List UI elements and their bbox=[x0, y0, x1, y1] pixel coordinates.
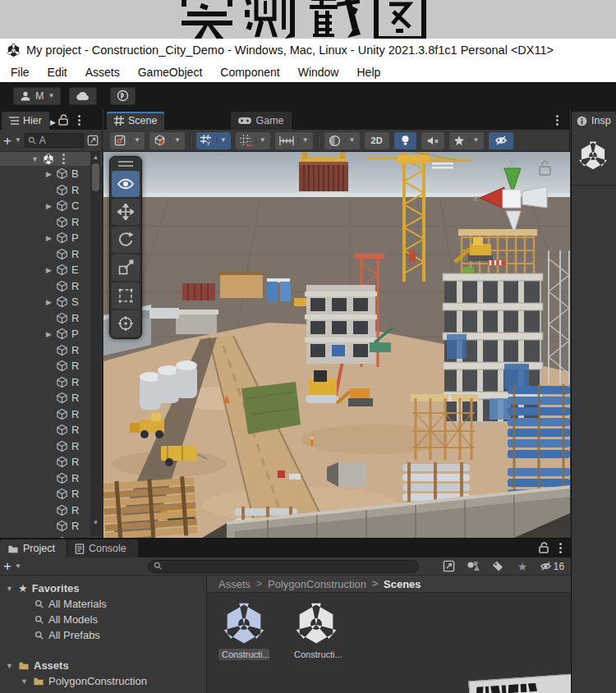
scroll-down-icon[interactable]: ▼ bbox=[90, 519, 101, 526]
view-tool-button[interactable] bbox=[112, 171, 140, 197]
hierarchy-item[interactable]: ▶ R bbox=[0, 182, 102, 199]
expand-arrow-icon[interactable]: ▶ bbox=[46, 170, 53, 178]
grid-snapping-button[interactable]: Y ▼ bbox=[196, 132, 231, 149]
menu-item[interactable]: Help bbox=[347, 63, 389, 81]
menu-item[interactable]: Assets bbox=[76, 63, 129, 81]
collapse-arrow-icon[interactable]: ▼ bbox=[5, 662, 14, 670]
menu-item[interactable]: Component bbox=[211, 63, 288, 81]
hierarchy-item[interactable]: ▶ R bbox=[0, 358, 102, 374]
hierarchy-item[interactable]: ▶ R bbox=[0, 342, 102, 359]
tab-game[interactable]: Game bbox=[231, 112, 291, 130]
caret-down-icon[interactable]: ▼ bbox=[170, 137, 181, 144]
caret-down-icon[interactable]: ▼ bbox=[345, 137, 356, 144]
hierarchy-item[interactable]: ▶ C bbox=[0, 198, 102, 214]
hierarchy-item[interactable]: ▶ R bbox=[0, 438, 102, 455]
project-add-caret-icon[interactable]: ▼ bbox=[15, 563, 21, 570]
caret-down-icon[interactable]: ▼ bbox=[469, 137, 480, 144]
hierarchy-item[interactable]: ▶ R bbox=[0, 470, 102, 487]
expand-arrow-icon[interactable]: ▶ bbox=[46, 330, 53, 338]
overlay-drag-handle[interactable] bbox=[118, 161, 133, 167]
hierarchy-menu-kebab[interactable] bbox=[69, 112, 90, 127]
caret-down-icon[interactable]: ▼ bbox=[130, 137, 140, 144]
hidden-count-toggle[interactable]: 16 bbox=[536, 559, 568, 574]
lighting-toggle-button[interactable] bbox=[394, 132, 416, 149]
favorites-item[interactable]: All Materials bbox=[0, 596, 206, 612]
hierarchy-search-input[interactable]: A bbox=[25, 133, 84, 148]
2d-toggle-button[interactable]: 2D bbox=[365, 132, 389, 149]
menu-item[interactable]: File bbox=[2, 63, 39, 81]
hierarchy-item[interactable]: ▶ R bbox=[0, 390, 102, 406]
hierarchy-item[interactable]: ▶ R bbox=[0, 422, 102, 438]
breadcrumb-item[interactable]: Scenes bbox=[366, 578, 421, 590]
tab-scene[interactable]: Scene bbox=[107, 112, 164, 130]
scene-viewport[interactable]: y x bbox=[103, 152, 570, 538]
menu-item[interactable]: Edit bbox=[39, 63, 76, 81]
project-add-button[interactable]: + bbox=[3, 559, 11, 573]
assets-root[interactable]: ▼ Assets bbox=[0, 658, 206, 673]
focus-search-icon[interactable] bbox=[438, 559, 459, 574]
tab-overflow-icon[interactable]: ▶ bbox=[50, 118, 56, 126]
expand-arrow-icon[interactable]: ▶ bbox=[46, 298, 53, 306]
measure-tool-button[interactable]: ▼ bbox=[275, 132, 313, 149]
shading-mode-button[interactable]: ▼ bbox=[324, 132, 360, 149]
audio-mute-button[interactable] bbox=[421, 132, 444, 149]
focus-window-icon[interactable] bbox=[87, 135, 99, 146]
menu-item[interactable]: GameObject bbox=[129, 63, 212, 81]
project-menu-kebab[interactable] bbox=[549, 540, 571, 555]
cloud-button[interactable] bbox=[69, 87, 97, 105]
hierarchy-item[interactable]: ▶ R bbox=[0, 374, 102, 391]
hierarchy-item[interactable]: ▶ R bbox=[0, 486, 102, 503]
tool-handle-rotation-button[interactable]: ▼ bbox=[149, 132, 185, 149]
move-tool-button[interactable] bbox=[112, 199, 140, 225]
scale-tool-button[interactable] bbox=[112, 255, 140, 281]
hierarchy-item[interactable]: ▶ R bbox=[0, 518, 102, 535]
asset-item[interactable]: Constructi... bbox=[218, 603, 269, 660]
project-search-input[interactable] bbox=[148, 560, 419, 573]
hierarchy-item[interactable]: ▶ R bbox=[0, 278, 102, 295]
scene-tab-kebab[interactable] bbox=[546, 112, 568, 127]
hierarchy-item[interactable]: ▶ S bbox=[0, 294, 102, 310]
scene-visibility-button[interactable] bbox=[489, 132, 513, 149]
increment-snap-button[interactable]: ▼ bbox=[236, 132, 270, 149]
tool-handle-position-button[interactable]: ▼ bbox=[110, 132, 145, 149]
assets-subfolder[interactable]: ▶ Materials bbox=[0, 689, 206, 693]
hierarchy-item[interactable]: ▶ E bbox=[0, 262, 102, 278]
breadcrumb-item[interactable]: Assets bbox=[218, 578, 251, 590]
scroll-up-icon[interactable]: ▲ bbox=[90, 154, 101, 161]
caret-down-icon[interactable]: ▼ bbox=[255, 137, 266, 144]
rect-tool-button[interactable] bbox=[112, 282, 140, 309]
hierarchy-item[interactable]: ▶ R bbox=[0, 246, 102, 263]
hierarchy-item[interactable]: ▶ P bbox=[0, 230, 102, 246]
asset-item[interactable]: Constructi... bbox=[291, 603, 342, 660]
tab-hierarchy[interactable]: Hier bbox=[2, 112, 49, 130]
rotate-tool-button[interactable] bbox=[112, 227, 140, 253]
hierarchy-item[interactable]: ▶ P bbox=[0, 326, 102, 342]
hierarchy-item[interactable]: ▶ R bbox=[0, 310, 102, 327]
menu-item[interactable]: Window bbox=[289, 63, 348, 81]
hierarchy-scene-row[interactable]: ▼ bbox=[0, 152, 102, 166]
add-button[interactable]: + bbox=[3, 134, 11, 148]
hierarchy-item[interactable]: ▶ R bbox=[0, 406, 102, 423]
caret-down-icon[interactable]: ▼ bbox=[298, 137, 309, 144]
hierarchy-item[interactable]: ▶ R bbox=[0, 454, 102, 470]
caret-down-icon[interactable]: ▼ bbox=[216, 137, 227, 144]
project-lock-icon[interactable] bbox=[538, 542, 549, 554]
favorites-root[interactable]: ▼ ★ Favorites bbox=[0, 581, 206, 596]
effects-button[interactable]: ▼ bbox=[449, 132, 484, 149]
account-button[interactable]: M ▼ bbox=[13, 87, 61, 105]
lock-icon[interactable] bbox=[57, 114, 69, 126]
hierarchy-item[interactable]: ▶ R bbox=[0, 214, 102, 231]
collapse-arrow-icon[interactable]: ▼ bbox=[20, 677, 29, 686]
plastic-scm-button[interactable] bbox=[110, 87, 136, 105]
breadcrumb-item[interactable]: PolygonConstruction bbox=[251, 578, 366, 590]
transform-tool-button[interactable] bbox=[112, 310, 140, 337]
expand-arrow-icon[interactable]: ▶ bbox=[46, 202, 53, 210]
hierarchy-item[interactable]: ▶ B bbox=[0, 166, 102, 182]
collapse-arrow-icon[interactable]: ▼ bbox=[31, 155, 39, 163]
search-by-label-icon[interactable] bbox=[487, 559, 508, 574]
scrollbar-thumb[interactable] bbox=[92, 163, 99, 191]
favorites-star-icon[interactable]: ★ bbox=[512, 559, 533, 574]
expand-arrow-icon[interactable]: ▶ bbox=[46, 266, 53, 274]
search-by-type-icon[interactable] bbox=[462, 559, 484, 574]
tab-console[interactable]: Console bbox=[67, 539, 138, 558]
